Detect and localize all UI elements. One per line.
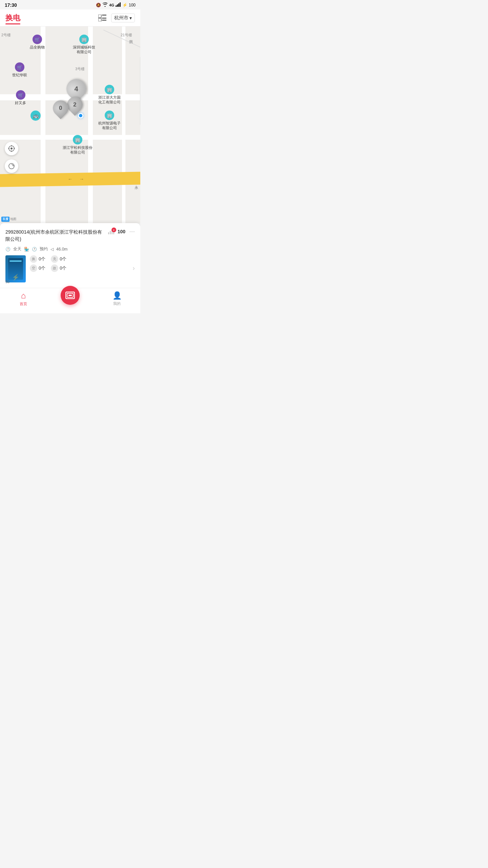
svg-rect-16 bbox=[108, 232, 109, 234]
card-tags: 🕐 全天 🏪 🕐 预约 ◁ 46.0m bbox=[5, 246, 135, 252]
nav-label-mine: 我的 bbox=[113, 301, 121, 306]
score-section: × 100 — bbox=[108, 229, 135, 235]
signal-icon bbox=[116, 2, 121, 8]
svg-point-10 bbox=[11, 147, 13, 150]
nav-label-home: 首页 bbox=[20, 301, 27, 307]
poi-label-yusong: 浙江宇松科技股份有限公司 bbox=[63, 145, 93, 155]
battery-charging-icon: ⚡ bbox=[122, 3, 127, 7]
status-bar: 17:30 🔕 4G ⚡ 100 bbox=[0, 0, 140, 9]
station-info: 299280014(杭州市余杭区浙江宇松科技股份有限公司) bbox=[5, 229, 105, 243]
poi-zhejiang[interactable]: 🏢 浙江浙大方圆化工有限公司 bbox=[98, 85, 121, 105]
nav-title-underline bbox=[5, 23, 20, 24]
right-arrow: › bbox=[133, 264, 135, 272]
poi-icon-yusong: 🏢 bbox=[73, 135, 82, 144]
slot-count-gu: 0个 bbox=[60, 265, 66, 271]
hours-label: 全天 bbox=[13, 246, 21, 252]
slot-badge-gu: 故 bbox=[51, 264, 58, 272]
vert-road-r bbox=[140, 57, 140, 125]
svg-rect-5 bbox=[102, 15, 106, 16]
svg-rect-4 bbox=[98, 15, 101, 18]
location-icon: ◁ bbox=[50, 247, 54, 252]
road-vertical-1 bbox=[41, 26, 45, 223]
map-container[interactable]: ←→ 永 2号楼 3号楼 21号楼 荆大线 🛒 品全购物 🛒 世纪华联 🛒 好又… bbox=[0, 26, 140, 223]
cluster-0[interactable]: 0 bbox=[53, 100, 68, 116]
road-vertical-3 bbox=[122, 26, 125, 223]
station-name: 299280014(杭州市余杭区浙江宇松科技股份有限公司) bbox=[5, 229, 105, 243]
poi-icon-pinquan: 🛒 bbox=[33, 35, 42, 44]
svg-rect-17 bbox=[110, 231, 111, 234]
poi-haoyouduo[interactable]: 🛒 好又多 bbox=[15, 90, 26, 105]
svg-rect-1 bbox=[117, 4, 118, 7]
poi-icon-shenzhen: 🏢 bbox=[79, 35, 89, 44]
slot-count-huan: 0个 bbox=[39, 256, 45, 262]
baidu-logo: 百度 地图 bbox=[1, 217, 16, 222]
clock-icon: 🕐 bbox=[5, 247, 11, 252]
score-value: 100 bbox=[118, 229, 125, 234]
city-selector[interactable]: 杭州市 ▾ bbox=[111, 14, 135, 22]
slot-item-3: 故 0个 bbox=[51, 264, 66, 272]
poi-hangzhou[interactable]: 🏢 杭州智源电子有限公司 bbox=[98, 111, 121, 131]
nav-title-wrapper: 换电 bbox=[5, 13, 20, 23]
locate-button[interactable] bbox=[5, 142, 18, 155]
poi-label-hangzhou: 杭州智源电子有限公司 bbox=[98, 121, 121, 131]
scan-fab-button[interactable] bbox=[61, 286, 80, 305]
poi-icon-hangzhou: 🏢 bbox=[105, 111, 114, 120]
slot-item-2: 空 0个 bbox=[30, 264, 45, 272]
slot-item-0: 换 0个 bbox=[30, 255, 45, 263]
poi-label-pinquan: 品全购物 bbox=[30, 45, 45, 50]
score-red-dot: × bbox=[111, 228, 116, 232]
card-header: 299280014(杭州市余杭区浙江宇松科技股份有限公司) × 100 — bbox=[5, 229, 135, 243]
poi-label-haoyouduo: 好又多 bbox=[15, 100, 26, 105]
home-icon: ⌂ bbox=[21, 291, 26, 300]
4g-icon: 4G bbox=[109, 3, 114, 7]
dash-separator: — bbox=[129, 229, 135, 235]
nav-item-scan[interactable] bbox=[47, 293, 94, 305]
poi-label-zhejiang: 浙江浙大方圆化工有限公司 bbox=[98, 95, 121, 105]
slot-badge-kong: 空 bbox=[30, 264, 37, 272]
svg-rect-3 bbox=[120, 2, 121, 7]
poi-icon-haoyouduo: 🛒 bbox=[16, 90, 25, 100]
road-vertical-2 bbox=[88, 26, 93, 223]
distance-label: 46.0m bbox=[56, 247, 67, 252]
cluster-2[interactable]: 2 bbox=[67, 97, 83, 113]
nav-item-home[interactable]: ⌂ 首页 bbox=[0, 291, 47, 307]
slot-badge-chong: 充 bbox=[51, 255, 58, 263]
nav-title: 换电 bbox=[5, 14, 20, 22]
top-nav: 换电 杭州市 ▾ bbox=[0, 9, 140, 26]
slot-count-kong: 0个 bbox=[39, 265, 45, 271]
nav-right: 杭州市 ▾ bbox=[98, 13, 135, 23]
page-num: 50 bbox=[5, 280, 9, 284]
current-location-dot bbox=[78, 113, 83, 118]
bus-stop-icon: 🚌 bbox=[30, 111, 41, 121]
chevron-down-icon: ▾ bbox=[129, 15, 132, 21]
user-icon: 👤 bbox=[113, 291, 122, 300]
svg-rect-22 bbox=[68, 295, 72, 296]
wifi-icon bbox=[102, 2, 108, 8]
slot-badge-huan: 换 bbox=[30, 255, 37, 263]
slots-container: 换 0个 充 0个 空 0个 故 0个 › bbox=[30, 255, 135, 272]
poi-yusong[interactable]: 🏢 浙江宇松科技股份有限公司 bbox=[63, 135, 93, 155]
building-label-3: 3号楼 bbox=[75, 66, 85, 72]
poi-shiji[interactable]: 🛒 世纪华联 bbox=[12, 62, 27, 77]
station-image: ⚡ bbox=[5, 255, 26, 282]
building-label-2: 2号楼 bbox=[1, 33, 11, 38]
cluster-4[interactable]: 4 bbox=[66, 79, 86, 99]
mute-icon: 🔕 bbox=[96, 3, 101, 7]
info-card: 299280014(杭州市余杭区浙江宇松科技股份有限公司) × 100 — 🕐 … bbox=[0, 223, 140, 288]
battery-level: 100 bbox=[129, 3, 136, 7]
poi-shenzhen[interactable]: 🏢 深圳城铄科技有限公司 bbox=[73, 35, 95, 55]
svg-rect-6 bbox=[98, 18, 101, 21]
grid-list-icon[interactable] bbox=[98, 13, 107, 23]
slot-row1: 换 0个 充 0个 bbox=[30, 255, 135, 263]
poi-icon-zhejiang: 🏢 bbox=[105, 85, 114, 94]
clock2-icon: 🕐 bbox=[32, 247, 37, 252]
history-button[interactable] bbox=[5, 159, 18, 173]
score-overlay: × bbox=[108, 229, 115, 234]
slot-row2: 空 0个 故 0个 › bbox=[30, 264, 135, 272]
poi-label-shenzhen: 深圳城铄科技有限公司 bbox=[73, 45, 95, 55]
svg-rect-7 bbox=[102, 18, 106, 19]
city-name: 杭州市 bbox=[114, 15, 128, 21]
nav-item-mine[interactable]: 👤 我的 bbox=[94, 291, 140, 306]
poi-pinquan[interactable]: 🛒 品全购物 bbox=[30, 35, 45, 50]
road-arrows: ←→ bbox=[68, 176, 84, 182]
